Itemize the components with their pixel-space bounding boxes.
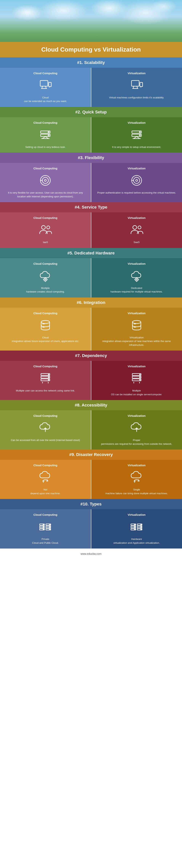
svg-point-97	[141, 529, 141, 530]
hero-clouds	[0, 0, 182, 42]
svg-line-8	[137, 86, 137, 89]
left-title-s5: Cloud Computing	[33, 262, 57, 265]
right-title-s3: Virtualization	[128, 167, 146, 170]
section-header-s8: #8. Accessibility	[0, 400, 182, 410]
right-icon-s6	[129, 318, 144, 333]
left-title-s2: Cloud Computing	[33, 121, 57, 124]
svg-point-50	[41, 320, 50, 323]
right-icon-s2	[129, 127, 144, 142]
section-title-s3: #3. Flexibility	[4, 155, 178, 160]
section-content-s3: Cloud Computing It is very flexible for …	[0, 163, 182, 202]
left-text-s8: Can be accessed from all over the world …	[11, 438, 80, 442]
section-title-s9: #9. Disaster Recovery	[4, 452, 178, 457]
section-left-s8: Cloud Computing Can be accessed from all…	[0, 410, 91, 450]
svg-point-96	[141, 527, 141, 527]
footer: www.educba.com	[0, 549, 182, 559]
main-title-bar: Cloud Computing vs Virtualization	[0, 42, 182, 58]
section-left-s4: Cloud Computing IaaS	[0, 212, 91, 248]
right-text-s3: Proper authentication is required before…	[97, 191, 176, 195]
svg-point-78	[43, 527, 44, 527]
right-text-s1: Virtual machines configuration limits it…	[109, 96, 164, 99]
left-title-s7: Cloud Computing	[33, 365, 57, 368]
left-title-s4: Cloud Computing	[33, 216, 57, 219]
svg-point-38	[44, 278, 47, 281]
right-icon-s3	[129, 173, 144, 188]
svg-line-24	[137, 136, 139, 138]
right-title-s6: Virtualization	[128, 312, 146, 315]
right-title-s1: Virtualization	[128, 71, 146, 75]
section-title-s8: #8. Accessibility	[4, 403, 178, 408]
svg-point-95	[141, 524, 141, 525]
right-text-s4: SaaS	[134, 240, 140, 244]
left-title-s3: Cloud Computing	[33, 167, 57, 170]
left-icon-s3	[38, 173, 53, 188]
section-left-s2: Cloud Computing Setting up cloud is very…	[0, 117, 91, 153]
section-title-s6: #6. Integration	[4, 300, 178, 305]
left-text-s2: Setting up cloud is very tedious task.	[25, 145, 66, 149]
section-header-s1: #1. Scalability	[0, 58, 182, 68]
svg-point-89	[134, 524, 135, 525]
right-text-s10: Hardwarevirtualization and Application v…	[113, 537, 160, 545]
right-icon-s4	[129, 222, 144, 238]
svg-point-13	[48, 131, 49, 133]
svg-point-53	[132, 320, 141, 323]
section-title-s1: #1. Scalability	[4, 60, 178, 65]
main-title: Cloud Computing vs Virtualization	[6, 46, 176, 54]
svg-rect-4	[49, 83, 51, 87]
right-icon-s1	[129, 78, 144, 93]
svg-point-43	[45, 279, 46, 280]
svg-point-31	[134, 177, 140, 183]
right-text-s8: Properpermissions are required for acces…	[101, 438, 172, 446]
section-s3: #3. Flexibility Cloud Computing It is ve…	[0, 153, 182, 202]
svg-point-61	[48, 379, 49, 380]
left-title-s8: Cloud Computing	[33, 414, 57, 417]
left-title-s9: Cloud Computing	[33, 464, 57, 467]
section-title-s5: #5. Dedicated Hardware	[4, 251, 178, 256]
left-icon-s2	[38, 127, 53, 142]
svg-point-77	[43, 524, 44, 525]
left-title-s6: Cloud Computing	[33, 312, 57, 315]
right-icon-s7	[129, 371, 144, 386]
section-left-s7: Cloud Computing Multiple user can access…	[0, 361, 91, 400]
svg-point-35	[47, 226, 50, 229]
section-header-s4: #4. Service Type	[0, 202, 182, 212]
section-header-s10: #10. Types	[0, 499, 182, 509]
section-left-s9: Cloud Computing Notdepend upon one machi…	[0, 460, 91, 499]
section-right-s3: Virtualization Proper authentication is …	[91, 163, 182, 202]
left-text-s6: Cloudintegration allows future expansion…	[12, 336, 79, 343]
section-right-s5: Virtualization Dedicatedhardware require…	[91, 258, 182, 298]
section-right-s10: Virtualization Hardwarevirtualization an…	[91, 509, 182, 549]
svg-rect-10	[140, 83, 142, 87]
section-right-s9: Virtualization Singlemachine failure can…	[91, 460, 182, 499]
left-icon-s7	[38, 371, 53, 386]
right-title-s10: Virtualization	[128, 513, 146, 516]
left-text-s3: It is very flexible for user access. Use…	[6, 191, 85, 198]
section-s4: #4. Service Type Cloud Computing IaaS Vi…	[0, 202, 182, 248]
left-icon-s4	[38, 222, 53, 238]
left-title-s1: Cloud Computing	[33, 71, 57, 75]
section-s6: #6. Integration Cloud Computing Cloudint…	[0, 298, 182, 351]
section-right-s2: Virtualization It is very simple to setu…	[91, 117, 182, 153]
footer-url: www.educba.com	[81, 552, 102, 555]
right-title-s9: Virtualization	[128, 464, 146, 467]
right-text-s9: Singlemachine failure can bring done mul…	[105, 488, 168, 495]
section-header-s7: #7. Dependency	[0, 350, 182, 361]
right-text-s5: Dedicatedhardware required for multiple …	[110, 286, 163, 293]
section-right-s8: Virtualization Properpermissions are req…	[91, 410, 182, 450]
section-content-s9: Cloud Computing Notdepend upon one machi…	[0, 460, 182, 499]
section-content-s8: Cloud Computing Can be accessed from all…	[0, 410, 182, 450]
svg-point-67	[139, 374, 140, 375]
sections-container: #1. Scalability Cloud Computing Cloudcan…	[0, 58, 182, 549]
hero-image	[0, 0, 182, 42]
left-text-s9: Notdepend upon one machine.	[30, 488, 60, 495]
left-icon-s9	[38, 470, 53, 485]
svg-point-79	[43, 529, 44, 530]
section-right-s7: Virtualization MultipleOS can be install…	[91, 361, 182, 400]
right-title-s7: Virtualization	[128, 365, 146, 368]
svg-line-23	[134, 136, 137, 138]
svg-line-7	[133, 86, 134, 89]
svg-point-59	[48, 374, 49, 375]
section-left-s10: Cloud Computing PrivateCloud and Public …	[0, 509, 91, 549]
section-s10: #10. Types Cloud Computing PrivateCloud …	[0, 499, 182, 549]
section-s7: #7. Dependency Cloud Computing Multiple …	[0, 350, 182, 400]
